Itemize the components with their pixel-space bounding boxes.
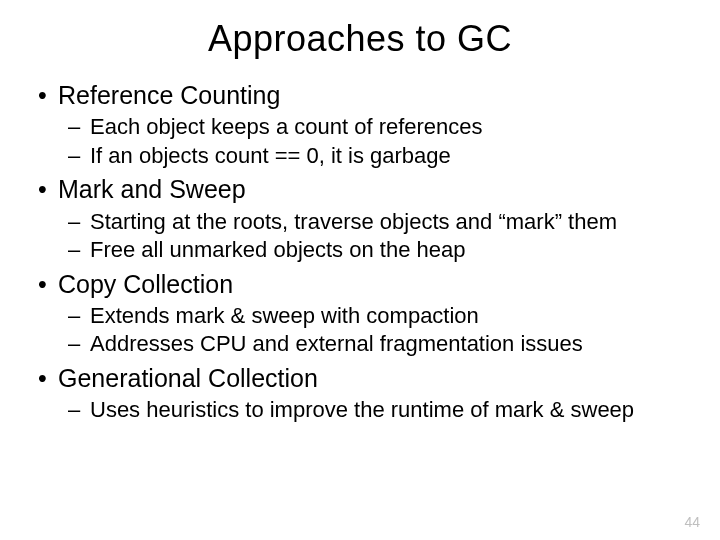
dash-marker: – — [68, 208, 90, 236]
bullet-text: Each object keeps a count of references — [90, 113, 483, 141]
bullet-text: Mark and Sweep — [58, 174, 246, 205]
dash-marker: – — [68, 302, 90, 330]
slide-title: Approaches to GC — [0, 18, 720, 60]
bullet-lvl2: – Free all unmarked objects on the heap — [68, 236, 700, 264]
dash-marker: – — [68, 236, 90, 264]
bullet-text: Starting at the roots, traverse objects … — [90, 208, 617, 236]
bullet-text: Extends mark & sweep with compaction — [90, 302, 479, 330]
bullet-text: Addresses CPU and external fragmentation… — [90, 330, 583, 358]
bullet-lvl1: • Mark and Sweep — [30, 174, 700, 205]
page-number: 44 — [684, 514, 700, 530]
bullet-text: Generational Collection — [58, 363, 318, 394]
bullet-lvl2: – Extends mark & sweep with compaction — [68, 302, 700, 330]
bullet-lvl2: – Starting at the roots, traverse object… — [68, 208, 700, 236]
bullet-marker: • — [30, 80, 58, 111]
dash-marker: – — [68, 142, 90, 170]
dash-marker: – — [68, 113, 90, 141]
bullet-marker: • — [30, 363, 58, 394]
bullet-lvl1: • Reference Counting — [30, 80, 700, 111]
bullet-marker: • — [30, 174, 58, 205]
bullet-text: Uses heuristics to improve the runtime o… — [90, 396, 634, 424]
bullet-text: If an objects count == 0, it is garbage — [90, 142, 451, 170]
bullet-marker: • — [30, 269, 58, 300]
bullet-lvl1: • Generational Collection — [30, 363, 700, 394]
dash-marker: – — [68, 396, 90, 424]
bullet-text: Copy Collection — [58, 269, 233, 300]
bullet-lvl2: – If an objects count == 0, it is garbag… — [68, 142, 700, 170]
bullet-text: Reference Counting — [58, 80, 280, 111]
slide-content: • Reference Counting – Each object keeps… — [0, 80, 720, 424]
bullet-lvl2: – Addresses CPU and external fragmentati… — [68, 330, 700, 358]
bullet-lvl1: • Copy Collection — [30, 269, 700, 300]
bullet-text: Free all unmarked objects on the heap — [90, 236, 465, 264]
bullet-lvl2: – Uses heuristics to improve the runtime… — [68, 396, 700, 424]
bullet-lvl2: – Each object keeps a count of reference… — [68, 113, 700, 141]
dash-marker: – — [68, 330, 90, 358]
